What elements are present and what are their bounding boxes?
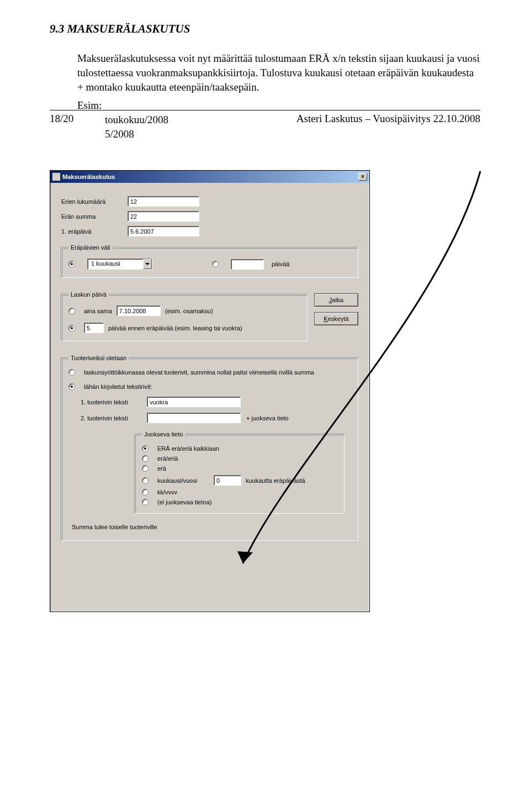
ensimmainen-erapaiva-input[interactable] [128,226,199,236]
kk-offset-label: kuukautta eräpäivästä [246,477,305,484]
page-number: 18/20 [50,113,73,125]
section-heading: 9.3 MAKSUERÄLASKUTUS [50,22,480,36]
opt-laskunsyotto-radio[interactable] [68,369,75,376]
aina-sama-radio[interactable] [68,308,75,314]
juokseva-radio-era[interactable] [142,465,149,472]
maksueralaskutus-dialog: Maksuerälaskutus × Erien lukumäärä Erän … [50,170,370,612]
opt-tahankirjoitetut-label: tähän kirjoitetut tekstirivit: [84,383,152,390]
juokseva-tieto-legend: Juokseva tieto [142,431,185,437]
juokseva-tieto-group: Juokseva tieto ERÄ erä/eriä kaikkiaan er… [135,431,344,514]
interval-radio-paivaa[interactable] [212,261,219,267]
opt-tahankirjoitetut-radio[interactable] [68,383,75,390]
erien-lukumaara-label: Erien lukumäärä [61,198,128,205]
tuoteriveiksi-legend: Tuoteriveiksi otetaan [68,355,129,361]
juokseva-label-era-kaikkiaan: ERÄ erä/eriä kaikkiaan [157,445,219,452]
close-icon[interactable]: × [358,173,367,181]
paivia-ennen-input[interactable] [84,323,104,333]
keskeyta-button[interactable]: Keskeytä [314,312,358,325]
summary-text: Summa tulee toiselle tuoteriville [72,524,351,530]
aina-sama-date-input[interactable] [116,305,161,316]
jatka-button[interactable]: Jatka [314,293,358,307]
interval-combo[interactable]: 1 kuukausi [87,259,152,270]
juokseva-label-kuukausi-vuosi: kuukausi/vuosi [157,477,207,484]
body-paragraph: Maksuerälaskutuksessa voit nyt määrittää… [77,51,480,95]
footer-rule [50,110,480,110]
interval-radio-kuukausi[interactable] [68,261,75,267]
juokseva-radio-ei-tietoa[interactable] [142,499,149,505]
juokseva-radio-kuukausi-vuosi[interactable] [142,477,149,484]
dialog-title: Maksuerälaskutus [62,173,115,180]
erapaivien-vali-legend: Eräpäivien väli [68,244,113,251]
juokseva-label-era-eria: erä/eriä [157,455,178,462]
juokseva-label-era: erä [157,465,166,472]
aina-sama-label: aina sama [84,308,112,314]
dialog-titlebar: Maksuerälaskutus × [50,171,369,183]
opt-laskunsyotto-label: laskunsyöttöikkunassa olevat tuoterivit,… [84,369,314,376]
paivaa-label: päivää [272,261,289,267]
kk-offset-input[interactable] [214,475,241,486]
juokseva-label-kk-vvvv: kk/vvvv [157,489,177,495]
interval-combo-text: 1 kuukausi [88,259,143,269]
juokseva-radio-era-kaikkiaan[interactable] [142,445,149,452]
interval-paivaa-input[interactable] [231,259,264,270]
paivia-ennen-radio[interactable] [68,325,75,331]
dialog-app-icon [52,173,60,181]
juokseva-suffix-label: + juokseva tieto [246,415,289,421]
juokseva-label-ei-tietoa: (ei juoksevaa tietoa) [157,499,211,505]
tuoterivi2-label: 2. tuoterivin teksti [81,415,141,421]
footer-title: Asteri Laskutus – Vuosipäivitys 22.10.20… [296,113,480,125]
tuoterivi1-label: 1. tuoterivin teksti [81,399,141,405]
laskun-paiva-legend: Laskun päivä [68,291,109,298]
chevron-down-icon[interactable] [143,259,152,269]
example-line-2: 5/2008 [105,127,480,141]
juokseva-radio-kk-vvvv[interactable] [142,489,149,495]
paivia-ennen-label: päivää ennen eräpäivää (esim. leasing ta… [108,325,242,331]
esim-osamaksu-label: (esim. osamaksu) [165,308,213,314]
eran-summa-label: Erän summa [61,213,128,220]
eran-summa-input[interactable] [128,211,199,222]
tuoterivi2-input[interactable] [147,413,241,423]
laskun-paiva-group: Laskun päivä aina sama (esim. osamaksu) … [61,291,308,341]
ensimmainen-erapaiva-label: 1. eräpäivä [61,228,128,235]
erapaivien-vali-group: Eräpäivien väli 1 kuukausi päivää [61,244,358,278]
tuoteriveiksi-group: Tuoteriveiksi otetaan laskunsyöttöikkuna… [61,355,358,541]
erien-lukumaara-input[interactable] [128,196,199,207]
juokseva-radio-era-eria[interactable] [142,455,149,462]
tuoterivi1-input[interactable] [147,397,241,407]
